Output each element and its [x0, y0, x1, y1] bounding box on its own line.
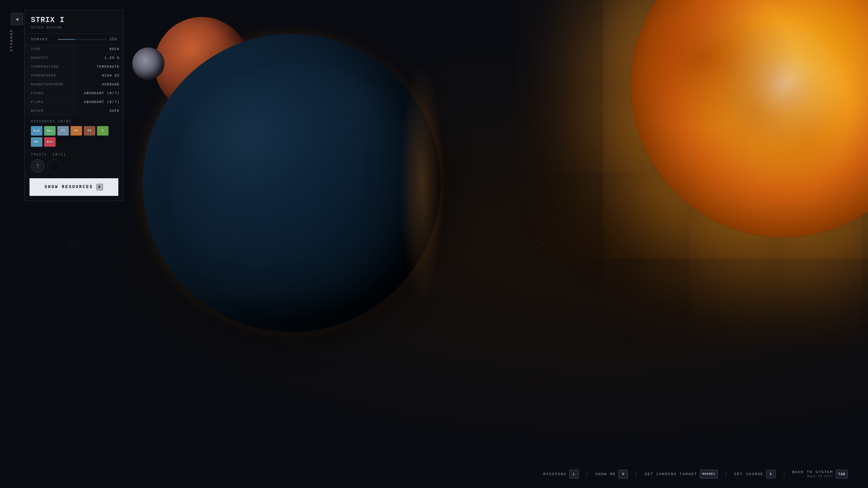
resources-title: RESOURCES (0/8) — [31, 120, 117, 123]
resource-chip-cu: Cu — [71, 126, 82, 136]
hud-show-me-key[interactable]: V — [618, 470, 628, 479]
survey-bar — [58, 39, 106, 40]
trait-icon-empty — [47, 159, 61, 173]
hud-show-me-label: SHOW ME — [595, 472, 616, 476]
stats-section: TYPE ROCK GRAVITY 1.55 G TEMPERATURE TEM… — [25, 45, 123, 116]
hud-landing-key[interactable]: MOUSE1 — [700, 470, 717, 479]
hud-back-key[interactable]: TAB — [836, 470, 848, 479]
hud-missions: MISSIONS L — [543, 470, 579, 479]
resource-chip-fe: Fe — [84, 126, 95, 136]
resource-chip-he3: He₃ — [44, 126, 56, 136]
stat-label-flora: FLORA — [25, 98, 77, 106]
survey-label: SURVEY — [31, 37, 55, 41]
traits-label: TRAITS — [31, 153, 47, 157]
resources-label: RESOURCES — [31, 120, 55, 123]
hud-missions-key[interactable]: L — [569, 470, 579, 479]
stat-label-water: WATER — [25, 107, 77, 115]
show-resources-key: R — [96, 184, 103, 190]
survey-section: SURVEY 35% — [25, 34, 123, 45]
show-resources-button[interactable]: SHOW RESOURCES R — [29, 178, 118, 196]
stat-row-gravity: GRAVITY 1.55 G — [25, 54, 123, 63]
planet-name: Strix I — [31, 16, 117, 24]
hud-divider-1 — [587, 471, 587, 477]
main-planet — [142, 34, 441, 332]
hud-course-key[interactable]: X — [766, 470, 776, 479]
stat-value-water: SAFE — [77, 107, 123, 115]
stat-label-type: TYPE — [25, 45, 77, 54]
stat-value-flora: ABUNDANT (0/7) — [77, 98, 123, 106]
resource-chip-be: Be — [31, 137, 42, 147]
stat-row-type: TYPE ROCK — [25, 45, 123, 54]
stat-row-atmosphere: ATMOSPHERE HIGH O2 — [25, 72, 123, 80]
resources-count: (0/8) — [58, 120, 72, 123]
stat-row-flora: FLORA ABUNDANT (0/7) — [25, 98, 123, 107]
hud-course-label: SET COURSE — [734, 472, 764, 476]
trait-icon-unknown[interactable]: ? — [31, 159, 44, 173]
moon-object — [132, 47, 164, 80]
hud-missions-label: MISSIONS — [543, 472, 567, 476]
hud-back-main-label: BACK TO SYSTEM — [792, 470, 833, 474]
bottom-hud: MISSIONS L SHOW ME V SET LANDING TARGET … — [543, 470, 848, 479]
stat-label-atmosphere: ATMOSPHERE — [25, 72, 77, 80]
resource-chip-hncn: HnCn — [44, 137, 56, 147]
stat-label-temperature: TEMPERATURE — [25, 63, 77, 71]
traits-count: (0/1) — [53, 153, 66, 157]
system-name: Strix System — [31, 25, 117, 29]
stat-value-gravity: 1.55 G — [77, 54, 123, 62]
hud-divider-3 — [726, 471, 726, 477]
stat-row-fauna: FAUNA ABUNDANT (0/7) — [25, 89, 123, 98]
sidebar-toggle-button[interactable]: ◀ — [11, 13, 23, 25]
resource-chip-u: U — [97, 126, 108, 136]
panel-header: Strix I Strix System — [25, 11, 123, 34]
hud-back-text: BACK TO SYSTEM HOLD TO EXIT — [792, 470, 833, 478]
trait-icons-container: ? — [31, 159, 117, 173]
stat-value-type: ROCK — [77, 45, 123, 54]
hud-divider-4 — [784, 471, 784, 477]
hud-set-landing-target: SET LANDING TARGET MOUSE1 — [645, 470, 717, 479]
hud-divider-2 — [636, 471, 636, 477]
survey-percentage: 35% — [109, 37, 117, 41]
hud-landing-label: SET LANDING TARGET — [645, 472, 697, 476]
starmap-label: STARMAP — [9, 29, 14, 52]
stat-label-fauna: FAUNA — [25, 89, 77, 98]
stat-row-magnetosphere: MAGNETOSPHERE AVERAGE — [25, 80, 123, 89]
traits-title: TRAITS (0/1) — [31, 153, 117, 157]
hud-back-sub-label: HOLD TO EXIT — [792, 475, 833, 478]
stat-row-temperature: TEMPERATURE TEMPERATE — [25, 63, 123, 72]
planet-info-panel: Strix I Strix System SURVEY 35% TYPE ROC… — [24, 10, 123, 201]
stat-value-magnetosphere: AVERAGE — [77, 80, 123, 89]
resource-icons-container: H₂O He₃ Al Cu Fe U Be HnCn — [31, 126, 117, 147]
traits-section: TRAITS (0/1) ? — [25, 149, 123, 176]
hud-set-course: SET COURSE X — [734, 470, 776, 479]
stat-label-gravity: GRAVITY — [25, 54, 77, 62]
hud-back-to-system: BACK TO SYSTEM HOLD TO EXIT TAB — [792, 470, 848, 479]
show-resources-label: SHOW RESOURCES — [45, 185, 93, 189]
hud-show-me: SHOW ME V — [595, 470, 628, 479]
resource-chip-h2o: H₂O — [31, 126, 42, 136]
stat-value-fauna: ABUNDANT (0/7) — [77, 89, 123, 98]
survey-bar-fill — [58, 39, 75, 40]
stat-value-atmosphere: HIGH O2 — [77, 72, 123, 80]
stat-label-magnetosphere: MAGNETOSPHERE — [25, 80, 77, 89]
stat-row-water: WATER SAFE — [25, 107, 123, 116]
resources-section: RESOURCES (0/8) H₂O He₃ Al Cu Fe U Be Hn… — [25, 116, 123, 149]
resource-chip-al: Al — [57, 126, 69, 136]
stat-value-temperature: TEMPERATE — [77, 63, 123, 71]
